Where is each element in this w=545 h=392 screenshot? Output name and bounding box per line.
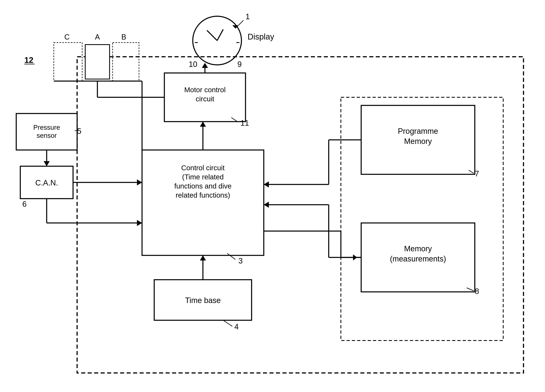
diagram-container: 1 Display 9 10 Motor control circuit 11 … [0, 0, 545, 392]
key-b-label: B [121, 33, 126, 41]
label-7: 7 [475, 169, 479, 178]
cc-label-3: functions and dive [174, 182, 231, 190]
label-8: 8 [475, 287, 479, 296]
label-4: 4 [234, 322, 239, 331]
label-10: 10 [189, 60, 197, 68]
arrow-can-to-cc-2 [137, 220, 142, 226]
key-c-box [54, 42, 82, 81]
label-3: 3 [238, 257, 243, 265]
arrow-motor-to-display [202, 63, 208, 68]
display-label: Display [248, 32, 274, 41]
key-a-box [85, 45, 110, 79]
svg-line-1 [217, 29, 223, 41]
ps-label-1: Pressure [33, 124, 60, 131]
arrow-mm-to-cc [264, 202, 269, 208]
label-1: 1 [246, 12, 250, 21]
time-base-label: Time base [185, 296, 221, 305]
label-11: 11 [241, 119, 249, 127]
arrow-ps-to-can [44, 161, 50, 166]
arrow-cc-to-motor [200, 122, 206, 127]
pm-label-1: Programme [398, 127, 438, 135]
label-12: 12 [24, 55, 33, 65]
arrow-cc-to-mm [353, 254, 357, 260]
ps-label-2: sensor [37, 132, 57, 139]
motor-control-label-1: Motor control [184, 86, 226, 94]
cc-label-1: Control circuit [181, 164, 225, 172]
pm-label-2: Memory [404, 137, 432, 145]
arrow-pm-to-cc [264, 181, 269, 187]
svg-line-9 [223, 320, 232, 326]
mm-label-1: Memory [404, 244, 432, 253]
mm-label-2: (measurements) [390, 255, 446, 263]
motor-control-label-2: circuit [196, 95, 214, 103]
key-c-label: C [64, 33, 70, 41]
key-a-label: A [95, 33, 100, 41]
cc-label-2: (Time related [182, 173, 224, 181]
svg-line-0 [207, 30, 217, 41]
arrow-can-to-cc [137, 179, 142, 186]
can-label: C.A.N. [35, 179, 58, 187]
cc-label-4: related functions) [176, 191, 230, 199]
label-9: 9 [237, 60, 242, 68]
arrow-timebase-to-cc [200, 255, 206, 260]
circuit-diagram-svg: 1 Display 9 10 Motor control circuit 11 … [0, 0, 545, 392]
key-b-box [113, 42, 139, 81]
label-6: 6 [22, 200, 27, 208]
label-5: 5 [77, 127, 81, 135]
